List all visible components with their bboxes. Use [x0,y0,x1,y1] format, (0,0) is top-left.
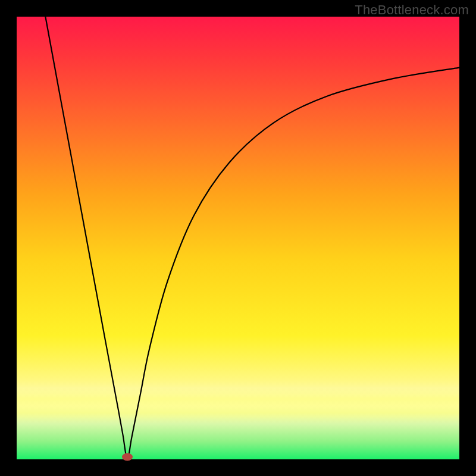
chart-stage: TheBottleneck.com [0,0,476,476]
minimum-marker [122,453,133,461]
watermark-text: TheBottleneck.com [355,2,469,18]
bottleneck-curve [45,17,459,459]
plot-area [17,17,459,459]
curve-svg [17,17,459,459]
